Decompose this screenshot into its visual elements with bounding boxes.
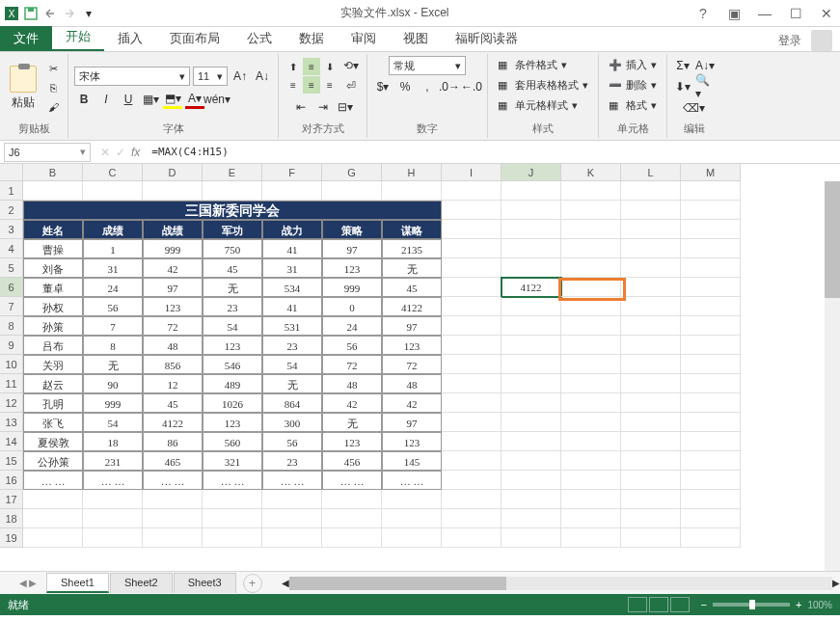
cell-D8[interactable]: 72 <box>143 316 203 336</box>
cell-L7[interactable] <box>621 297 681 316</box>
wrap-text-icon[interactable]: ⏎ <box>341 76 361 95</box>
cell-I17[interactable] <box>442 490 501 509</box>
name-box[interactable]: J6▾ <box>4 143 91 162</box>
cell-K17[interactable] <box>561 490 621 509</box>
increase-indent-icon[interactable]: ⇥ <box>313 97 333 117</box>
cell-J4[interactable] <box>501 239 561 258</box>
cell-L1[interactable] <box>621 181 681 201</box>
cell-M17[interactable] <box>681 490 741 509</box>
cell-C19[interactable] <box>83 528 143 548</box>
zoom-in-icon[interactable]: + <box>796 599 801 610</box>
fx-icon[interactable]: fx <box>131 146 140 159</box>
cell-J18[interactable] <box>501 509 561 528</box>
cell-D16[interactable]: … … <box>143 471 203 490</box>
col-header-C[interactable]: C <box>83 164 143 181</box>
cell-D18[interactable] <box>143 509 203 528</box>
cell-F1[interactable] <box>262 181 322 201</box>
cell-E4[interactable]: 750 <box>203 239 262 258</box>
cell-B6[interactable]: 董卓 <box>23 278 83 297</box>
align-top-icon[interactable]: ⬆ <box>285 58 302 75</box>
row-header-17[interactable]: 17 <box>0 490 23 509</box>
cell-M8[interactable] <box>681 316 741 336</box>
cell-L14[interactable] <box>621 432 681 451</box>
cell-L16[interactable] <box>621 471 681 490</box>
cell-M14[interactable] <box>681 432 741 451</box>
row-header-4[interactable]: 4 <box>0 239 23 258</box>
hscroll-left-icon[interactable]: ◀ <box>282 578 289 588</box>
cell-G17[interactable] <box>322 490 382 509</box>
cell-I11[interactable] <box>442 374 501 393</box>
cell-D3[interactable]: 战绩 <box>143 220 203 239</box>
cell-C8[interactable]: 7 <box>83 316 143 336</box>
cell-I18[interactable] <box>442 509 501 528</box>
font-name-dropdown[interactable]: 宋体▾ <box>74 67 190 86</box>
format-as-table-button[interactable]: ▦套用表格格式▾ <box>494 76 592 94</box>
add-sheet-button[interactable]: + <box>243 574 262 593</box>
cell-C18[interactable] <box>83 509 143 528</box>
sheet-tab-Sheet1[interactable]: Sheet1 <box>46 573 109 593</box>
decrease-indent-icon[interactable]: ⇤ <box>291 97 311 117</box>
col-header-G[interactable]: G <box>322 164 382 181</box>
cell-K7[interactable] <box>561 297 621 316</box>
cell-M3[interactable] <box>681 220 741 239</box>
table-title[interactable]: 三国新委同学会 <box>23 201 442 220</box>
cell-K12[interactable] <box>561 393 621 413</box>
row-header-16[interactable]: 16 <box>0 471 23 490</box>
cell-M6[interactable] <box>681 278 741 297</box>
cell-M4[interactable] <box>681 239 741 258</box>
cell-M15[interactable] <box>681 451 741 471</box>
cell-J14[interactable] <box>501 432 561 451</box>
cell-B19[interactable] <box>23 528 83 548</box>
cell-G11[interactable]: 48 <box>322 374 382 393</box>
cell-E9[interactable]: 123 <box>203 336 262 355</box>
row-header-19[interactable]: 19 <box>0 528 23 548</box>
row-header-13[interactable]: 13 <box>0 413 23 432</box>
cell-E18[interactable] <box>203 509 262 528</box>
clear-icon[interactable]: ⌫▾ <box>685 98 704 118</box>
cell-F9[interactable]: 23 <box>262 336 322 355</box>
cell-H19[interactable] <box>382 528 442 548</box>
cell-B12[interactable]: 孔明 <box>23 393 83 413</box>
sort-filter-icon[interactable]: A↓▾ <box>695 56 715 75</box>
cell-K9[interactable] <box>561 336 621 355</box>
col-header-K[interactable]: K <box>561 164 621 181</box>
cell-M11[interactable] <box>681 374 741 393</box>
cell-J3[interactable] <box>501 220 561 239</box>
normal-view-icon[interactable] <box>628 597 647 612</box>
cell-F12[interactable]: 864 <box>262 393 322 413</box>
align-center-icon[interactable]: ≡ <box>303 76 320 94</box>
cell-F3[interactable]: 战力 <box>262 220 322 239</box>
cell-G1[interactable] <box>322 181 382 201</box>
cell-K15[interactable] <box>561 451 621 471</box>
cell-F17[interactable] <box>262 490 322 509</box>
cell-C17[interactable] <box>83 490 143 509</box>
avatar-icon[interactable] <box>811 30 832 51</box>
cell-D17[interactable] <box>143 490 203 509</box>
cell-K10[interactable] <box>561 355 621 374</box>
help-icon[interactable]: ? <box>693 6 713 21</box>
cell-E1[interactable] <box>203 181 262 201</box>
cell-J1[interactable] <box>501 181 561 201</box>
cancel-formula-icon[interactable]: ✕ <box>100 146 110 159</box>
cell-C4[interactable]: 1 <box>83 239 143 258</box>
cell-B18[interactable] <box>23 509 83 528</box>
cell-L13[interactable] <box>621 413 681 432</box>
cell-F18[interactable] <box>262 509 322 528</box>
enter-formula-icon[interactable]: ✓ <box>116 146 125 159</box>
cell-G14[interactable]: 123 <box>322 432 382 451</box>
cell-L15[interactable] <box>621 451 681 471</box>
format-cells-button[interactable]: ▦格式▾ <box>605 96 661 115</box>
cell-E16[interactable]: … … <box>203 471 262 490</box>
cell-H9[interactable]: 123 <box>382 336 442 355</box>
cell-B15[interactable]: 公孙策 <box>23 451 83 471</box>
cell-G13[interactable]: 无 <box>322 413 382 432</box>
increase-decimal-icon[interactable]: .0→ <box>440 77 459 96</box>
cell-F5[interactable]: 31 <box>262 258 322 278</box>
cell-I13[interactable] <box>442 413 501 432</box>
tab-home[interactable]: 开始 <box>52 24 104 51</box>
tab-page-layout[interactable]: 页面布局 <box>156 26 233 51</box>
vertical-scrollbar[interactable] <box>825 181 840 571</box>
cell-F8[interactable]: 531 <box>262 316 322 336</box>
cell-B1[interactable] <box>23 181 83 201</box>
row-header-7[interactable]: 7 <box>0 297 23 316</box>
